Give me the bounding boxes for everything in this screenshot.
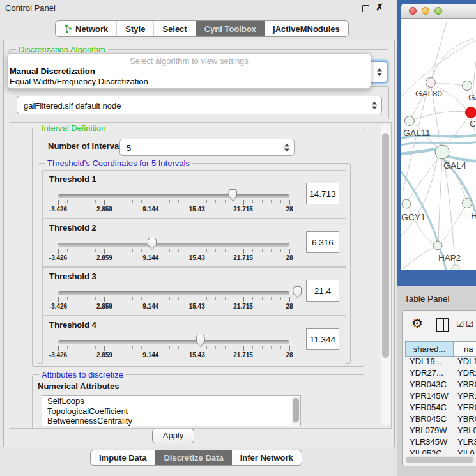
cyni-panel: Discretization Algorithm Table Data galF… [3,40,395,447]
threshold-3-row: Threshold 3 -3.4262.8599.14415.4321.7152… [42,267,346,316]
number-of-intervals-label: Number of Intervals [48,141,126,151]
node-gal80[interactable] [426,78,436,88]
interval-definition-group: Interval Definition Number of Intervals … [32,128,364,367]
tab-network[interactable]: Network [56,21,116,36]
algorithm-dropdown-popup: Select algorithm to view settings Manual… [7,53,371,89]
tab-select[interactable]: Select [153,21,195,36]
table-row[interactable]: YPR145WYPR1 [405,391,476,403]
node-partial-top-right[interactable] [463,81,472,91]
table-row[interactable]: YER054CYER0 [405,403,476,414]
scrollbar-thumb[interactable] [406,457,473,463]
combo-arrows-icon [377,68,382,76]
table-row[interactable]: YDR27...YDR2 [405,368,476,380]
screen: Control Panel ✗ Network Style Select Cyn… [0,0,476,476]
apply-button[interactable]: Apply [152,429,194,443]
dropdown-option-manual-discretization[interactable]: Manual Discretization [10,66,95,76]
threshold-4-value-field[interactable] [306,328,339,350]
slider-tick-labels: -3.4262.8599.14415.4321.71528 [58,303,289,311]
tab-impute-data[interactable]: Impute Data [91,450,155,465]
network-canvas[interactable]: GAL80 GA C GAL11 GAL4 GCY1 H HAP2 [401,19,476,270]
node-label-hap2: HAP2 [438,253,461,263]
numerical-attributes-label: Numerical Attributes [38,381,119,391]
close-panel-icon[interactable]: ✗ [376,2,383,12]
number-of-intervals-combobox[interactable]: 5 [119,139,295,156]
threshold-2-value-field[interactable] [306,231,339,253]
tab-style[interactable]: Style [116,21,153,36]
table-row[interactable]: YBR043CYBR0 [405,380,476,391]
gear-icon[interactable]: ⚙ [411,316,423,331]
threshold-1-slider-track[interactable] [58,194,289,198]
threshold-3-slider-track[interactable] [58,291,289,295]
node-label-gal11: GAL11 [403,128,431,138]
slider-tick-labels: -3.4262.8599.14415.4321.71528 [58,206,289,213]
threshold-3-value-field[interactable] [306,280,339,302]
node-label-gcy1: GCY1 [401,212,426,222]
control-panel: Control Panel ✗ Network Style Select Cyn… [0,0,397,476]
attributes-group-label: Attributes to discretize [39,370,126,380]
slider-tick-labels: -3.4262.8599.14415.4321.71528 [58,254,289,262]
settings-scrollpanel: Interval Definition Number of Intervals … [10,122,392,429]
node-partial-low-right[interactable] [463,199,472,208]
threshold-3-slider-thumb[interactable] [293,286,302,298]
threshold-coordinates-group: Threshold's Coordinates for 5 Intervals … [38,163,351,364]
traffic-light-zoom-icon[interactable] [434,7,442,15]
node-red-selected[interactable] [466,107,476,118]
node-label-partial-h: H [471,211,476,221]
table-row[interactable]: YIL052CYIL0 [405,449,476,454]
list-item[interactable]: SelfLoops [42,396,300,406]
panel-title: Control Panel [5,3,56,13]
table-row[interactable]: YBR045CYBR0 [405,414,476,426]
dropdown-option-equal-width-frequency[interactable]: Equal Width/Frequency Discretization [10,77,148,86]
list-scrollbar[interactable] [292,397,300,425]
node-partial-bottom[interactable] [452,265,459,270]
threshold-4-label: Threshold 4 [49,320,96,330]
tab-discretize-data[interactable]: Discretize Data [155,450,231,465]
settings-scrollbar[interactable] [381,124,390,426]
slider-tick-labels: -3.4262.8599.14415.4321.71528 [58,351,289,359]
network-window-titlebar[interactable] [401,4,476,19]
node-gal4[interactable] [435,145,449,159]
node-label-partial-c: C [470,119,476,128]
network-window: GAL80 GA C GAL11 GAL4 GCY1 H HAP2 [401,4,476,270]
column-header-shared-name[interactable]: shared... [405,341,454,357]
threshold-1-value-field[interactable] [306,183,339,204]
node-gcy1[interactable] [402,199,411,208]
table-rows: YDL19...YDL1 YDR27...YDR2 YBR043CYBR0 YP… [405,357,476,454]
threshold-2-label: Threshold 2 [49,223,96,233]
tab-jactivemnodules[interactable]: jActiveMNodules [265,21,348,36]
numerical-attributes-list: SelfLoops TopologicalCoefficient Between… [42,395,301,426]
list-item[interactable]: BetweennessCentrality [42,416,300,426]
table-row[interactable]: YLR345WYLR3 [405,437,476,449]
interval-definition-label: Interval Definition [39,123,108,133]
select-columns-icon[interactable]: ☑ [456,319,464,329]
attributes-group: Attributes to discretize Numerical Attri… [32,374,364,429]
network-icon [64,24,72,34]
combo-arrows-icon [372,101,377,109]
threshold-4-slider-track[interactable] [58,340,289,344]
threshold-2-row: Threshold 2 -3.4262.8599.14415.4321.7152… [42,219,346,267]
float-window-icon[interactable] [362,5,369,12]
scrollbar-thumb[interactable] [382,133,389,358]
table-horizontal-scrollbar[interactable] [405,456,475,463]
table-panel: ⚙ ☑ ☑ shared... na YDL19...YDL1 YDR27...… [402,310,476,466]
traffic-light-minimize-icon[interactable] [422,7,429,15]
list-item[interactable]: TopologicalCoefficient [42,406,300,417]
number-of-intervals-value: 5 [127,142,131,152]
select-all-icon[interactable]: ☑ [466,319,474,329]
column-layout-icon[interactable] [436,318,449,332]
threshold-1-label: Threshold 1 [49,174,96,184]
traffic-light-close-icon[interactable] [409,7,417,15]
network-graph: GAL80 GA C GAL11 GAL4 GCY1 H HAP2 [401,19,476,270]
table-row[interactable]: YDL19...YDL1 [405,357,476,368]
dropdown-prompt: Select algorithm to view settings [8,56,371,66]
table-data-combobox[interactable]: galFiltered.sif default node [17,96,382,114]
node-label-gal4: GAL4 [443,160,466,171]
table-row[interactable]: YBL079WYBL0 [405,426,476,437]
node-gal11[interactable] [405,116,415,126]
column-header-name[interactable]: na [454,341,476,357]
tab-infer-network[interactable]: Infer Network [232,450,302,465]
threshold-2-slider-track[interactable] [58,243,289,247]
tab-cyni-toolbox[interactable]: Cyni Toolbox [196,21,265,36]
node-hap2[interactable] [433,241,442,250]
threshold-coordinates-label: Threshold's Coordinates for 5 Intervals [45,158,192,168]
